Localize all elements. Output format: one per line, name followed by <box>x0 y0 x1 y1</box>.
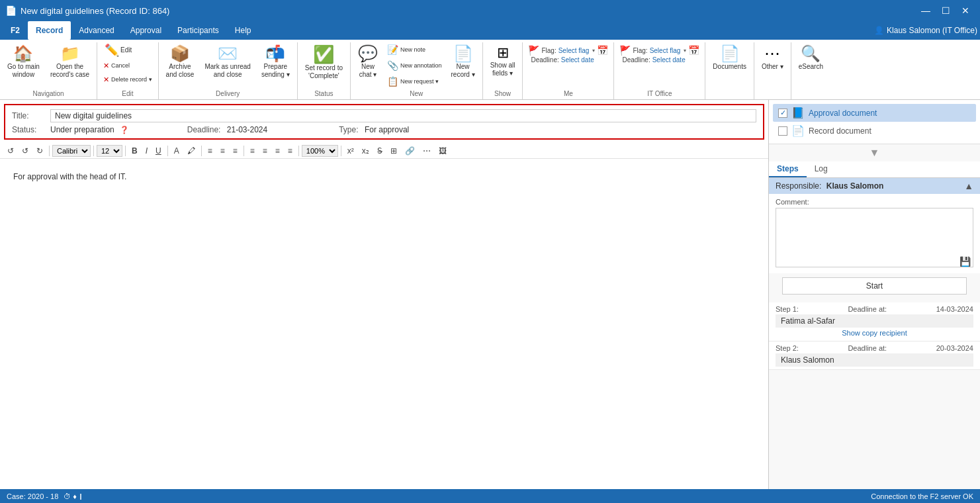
minimize-button[interactable]: — <box>916 1 935 20</box>
strikethrough-button[interactable]: S̶ <box>374 145 386 157</box>
align-right-button[interactable]: ≡ <box>230 145 241 157</box>
menu-tab-participants[interactable]: Participants <box>169 21 227 40</box>
image-button[interactable]: 🖼 <box>435 145 450 157</box>
numbered-list-button[interactable]: ≡ <box>259 145 271 157</box>
indent-button[interactable]: ≡ <box>272 145 283 157</box>
ribbon-group-navigation: 🏠 Go to mainwindow 📁 Open therecord's ca… <box>0 42 97 99</box>
highlight-button[interactable]: 🖍 <box>184 145 199 157</box>
set-record-complete-button[interactable]: ✅ Set record to'Complete' <box>300 42 347 83</box>
responsible-label: Responsible: <box>776 181 821 191</box>
approval-document-item[interactable]: ✓ 📘 Approval document <box>773 104 976 122</box>
menu-tab-approval[interactable]: Approval <box>122 21 169 40</box>
undo-toolbar-button[interactable]: ↺ <box>4 145 17 157</box>
it-office-group-label: IT Office <box>617 89 702 99</box>
subscript-button[interactable]: x₂ <box>359 145 373 157</box>
ribbon-group-delivery: 📦 Archiveand close ✉️ Mark as unreadand … <box>159 42 298 99</box>
esearch-button[interactable]: 🔍 eSearch <box>794 42 828 74</box>
status-label: Status: <box>12 125 45 134</box>
bold-button[interactable]: B <box>128 145 141 157</box>
archive-and-close-button[interactable]: 📦 Archiveand close <box>161 42 199 82</box>
document-content[interactable]: For approval with the head of IT. <box>0 159 768 489</box>
mark-as-unread-button[interactable]: ✉️ Mark as unreadand close <box>200 42 255 82</box>
check-mark-icon: ✓ <box>780 109 786 117</box>
show-all-fields-button[interactable]: ⊞ Show allfields ▾ <box>486 42 520 81</box>
delete-record-button[interactable]: ✕ Delete record ▾ <box>100 73 156 86</box>
steps-tab[interactable]: Steps <box>769 161 807 177</box>
show-copy-recipient-link[interactable]: Show copy recipient <box>776 328 973 338</box>
font-color-button[interactable]: A <box>171 145 183 157</box>
align-center-button[interactable]: ≡ <box>217 145 228 157</box>
save-comment-icon[interactable]: 💾 <box>959 256 971 267</box>
calendar-it-icon: 📅 <box>688 45 699 56</box>
title-input[interactable] <box>50 109 756 122</box>
toolbar-sep-1 <box>49 146 50 156</box>
close-button[interactable]: ✕ <box>956 1 975 20</box>
new-chat-button[interactable]: 💬 Newchat ▾ <box>353 42 382 82</box>
go-to-main-window-button[interactable]: 🏠 Go to mainwindow <box>3 42 44 82</box>
select-date-me-button[interactable]: Select date <box>561 56 594 64</box>
toolbar-sep-4 <box>167 146 168 156</box>
esearch-group-label <box>794 96 828 99</box>
new-group-label: New <box>353 89 480 99</box>
menu-tab-advanced[interactable]: Advanced <box>71 21 122 40</box>
approval-doc-checkbox[interactable]: ✓ <box>778 109 787 118</box>
edit-group-label: Edit <box>100 89 156 99</box>
type-label: Type: <box>339 125 358 134</box>
maximize-button[interactable]: ☐ <box>936 1 955 20</box>
case-number: Case: 2020 - 18 <box>7 492 58 500</box>
document-text: For approval with the head of IT. <box>13 172 126 181</box>
deadline-it-label: Deadline: <box>622 56 650 64</box>
steps-tabs: Steps Log <box>769 161 980 178</box>
record-document-item[interactable]: 📄 Record document <box>773 122 976 140</box>
menu-tab-f2[interactable]: F2 <box>3 21 28 40</box>
start-button[interactable]: Start <box>782 277 967 295</box>
type-value: For approval <box>365 125 409 134</box>
italic-button[interactable]: I <box>142 145 151 157</box>
new-record-button[interactable]: 📄 Newrecord ▾ <box>447 42 480 82</box>
edit-button[interactable]: ✏️ Edit <box>100 42 140 58</box>
toolbar-sep-8 <box>341 146 341 156</box>
collapse-responsible-button[interactable]: ▲ <box>964 181 973 191</box>
new-note-button[interactable]: 📝 New note <box>384 42 445 57</box>
undo2-button[interactable]: ↺ <box>19 145 32 157</box>
flag-it-dropdown-icon[interactable]: ▾ <box>684 48 686 54</box>
font-family-select[interactable]: Calibri <box>52 145 91 157</box>
ribbon-group-edit: ✏️ Edit ✕ Cancel ✕ Delete record ▾ Edit <box>97 42 159 99</box>
select-date-it-button[interactable]: Select date <box>652 56 686 64</box>
comment-textarea[interactable] <box>776 208 973 267</box>
select-flag-it-button[interactable]: Select flag <box>650 47 681 54</box>
prepare-sending-button[interactable]: 📬 Preparesending ▾ <box>257 42 294 82</box>
menu-tab-record[interactable]: Record <box>28 21 71 40</box>
outdent-button[interactable]: ≡ <box>285 145 296 157</box>
collapse-arrow[interactable]: ▼ <box>769 144 980 161</box>
menu-tab-help[interactable]: Help <box>227 21 259 40</box>
new-annotation-button[interactable]: 📎 New annotation <box>384 58 445 73</box>
select-flag-me-button[interactable]: Select flag <box>558 47 590 54</box>
underline-button[interactable]: U <box>152 145 165 157</box>
align-left-button[interactable]: ≡ <box>204 145 216 157</box>
step-2-person: Klaus Salomon <box>776 353 973 367</box>
steps-panel: Steps Log Responsible: Klaus Salomon ▲ C… <box>769 161 980 489</box>
table-button[interactable]: ⊞ <box>387 145 400 157</box>
bullet-list-button[interactable]: ≡ <box>247 145 258 157</box>
connection-status: Connection to the F2 server OK <box>871 492 973 500</box>
step-1-item: Step 1: Deadline at: 14-03-2024 Fatima a… <box>769 302 980 342</box>
superscript-button[interactable]: x² <box>344 145 357 157</box>
other-button[interactable]: ⋯ Other ▾ <box>757 42 788 74</box>
new-request-button[interactable]: 📋 New request ▾ <box>384 74 445 89</box>
link-button[interactable]: 🔗 <box>402 145 418 157</box>
open-records-case-button[interactable]: 📁 Open therecord's case <box>46 42 94 82</box>
status-help-icon[interactable]: ❓ <box>120 126 129 134</box>
redo-button[interactable]: ↻ <box>33 145 46 157</box>
cancel-button[interactable]: ✕ Cancel <box>100 60 153 72</box>
zoom-select[interactable]: 100% <box>302 145 338 157</box>
record-doc-checkbox[interactable] <box>778 126 787 136</box>
documents-button[interactable]: 📄 Documents <box>708 42 751 74</box>
ribbon-group-show: ⊞ Show allfields ▾ Show <box>483 42 523 99</box>
log-tab[interactable]: Log <box>807 161 836 177</box>
font-size-select[interactable]: 12 <box>97 145 122 157</box>
toolbar-sep-2 <box>93 146 94 156</box>
comment-label: Comment: <box>776 198 973 206</box>
more-button[interactable]: ⋯ <box>420 145 434 157</box>
flag-me-dropdown-icon[interactable]: ▾ <box>592 48 595 54</box>
